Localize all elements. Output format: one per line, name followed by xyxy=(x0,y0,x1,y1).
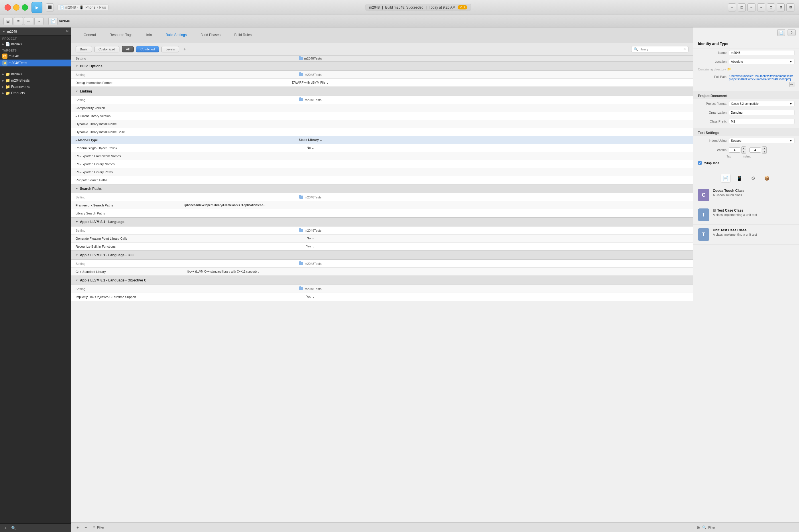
row-current-lib-version[interactable]: ▶ Current Library Version xyxy=(71,112,693,120)
file-nav-target1[interactable]: 2A m2048 xyxy=(0,53,71,60)
row-cpp-stdlib[interactable]: C++ Standard Library libc++ (LLVM C++ st… xyxy=(71,268,693,276)
template-ui-test[interactable]: T UI Test Case Class A class implementin… xyxy=(693,205,799,225)
indent-width-input[interactable] xyxy=(749,148,761,153)
row-runpath[interactable]: Runpath Search Paths xyxy=(71,176,693,184)
right-doc-icon[interactable]: 📄 xyxy=(777,29,785,36)
section-search-paths[interactable]: ▼ Search Paths xyxy=(71,184,693,193)
wrap-lines-row[interactable]: ✓ Wrap lines xyxy=(693,159,799,167)
row-reexport-framework[interactable]: Re-Exported Framework Names xyxy=(71,152,693,160)
name-input[interactable] xyxy=(729,50,794,55)
org-input[interactable] xyxy=(729,110,794,115)
cpp-stdlib-value[interactable]: libc++ (LLVM C++ standard library with C… xyxy=(185,270,436,273)
file-nav-group-products[interactable]: ▶ 📁 Products xyxy=(0,90,71,96)
row-library-search[interactable]: Library Search Paths xyxy=(71,209,693,217)
toolbar-back[interactable]: ← xyxy=(24,17,33,25)
toolbar-forward[interactable]: → xyxy=(34,17,43,25)
right-search-icon[interactable]: 🔍 xyxy=(702,526,706,529)
recognize-builtin-value[interactable]: Yes ⌄ xyxy=(185,245,436,248)
mach-o-value[interactable]: Static Library ⌄ xyxy=(185,138,436,142)
row-framework-search[interactable]: Framework Search Paths iphoneos/Develope… xyxy=(71,201,693,209)
indent-stepper-down[interactable]: ▼ xyxy=(762,150,766,153)
row-reexport-paths[interactable]: Re-Exported Library Paths xyxy=(71,168,693,176)
tab-stepper-up[interactable]: ▲ xyxy=(742,147,746,150)
file-nav-group-m2048[interactable]: ▶ 📁 m2048 xyxy=(0,71,71,77)
right-tab-doc[interactable]: 📄 xyxy=(721,174,730,182)
file-nav-group-frameworks[interactable]: ▶ 📁 Frameworks xyxy=(0,83,71,90)
stop-button[interactable]: ⬛ xyxy=(46,3,54,12)
right-grid-icon[interactable]: ⊞ xyxy=(697,525,701,530)
indent-stepper-up[interactable]: ▲ xyxy=(762,147,766,150)
maximize-button[interactable] xyxy=(22,4,28,11)
search-input[interactable] xyxy=(640,48,682,51)
single-object-value[interactable]: No ⌄ xyxy=(185,146,436,150)
breadcrumb-project[interactable]: m2048 xyxy=(65,5,76,10)
template-cocoa-touch[interactable]: C Cocoa Touch Class A Cocoa Touch class xyxy=(693,185,799,205)
toolbar-grid[interactable]: ⊞ xyxy=(3,17,13,25)
tab-build-rules[interactable]: Build Rules xyxy=(227,31,259,39)
filter-all[interactable]: All xyxy=(122,46,134,52)
toolbar-list[interactable]: ≡ xyxy=(14,17,23,25)
right-help-icon[interactable]: ? xyxy=(787,29,796,36)
settings-remove-btn[interactable]: − xyxy=(82,525,89,530)
class-prefix-input[interactable] xyxy=(729,119,794,124)
section-llvm-objc[interactable]: ▼ Apple LLVM 8.1 - Language - Objective … xyxy=(71,276,693,285)
section-linking[interactable]: ▼ Linking xyxy=(71,87,693,96)
navigator-button[interactable]: ◫ xyxy=(738,3,746,12)
layout3-button[interactable]: ⊟ xyxy=(786,3,794,12)
row-reexport-lib[interactable]: Re-Exported Library Names xyxy=(71,160,693,168)
add-setting-button[interactable]: + xyxy=(181,46,188,53)
settings-add-btn[interactable]: + xyxy=(74,525,81,530)
setting-value-debug[interactable]: DWARF with dSYM File ⌄ xyxy=(185,81,436,84)
filter-customized[interactable]: Customized xyxy=(94,46,119,52)
filter-basic[interactable]: Basic xyxy=(76,46,92,52)
tab-stepper-down[interactable]: ▼ xyxy=(742,150,746,153)
gen-float-value[interactable]: No ⌄ xyxy=(185,236,436,240)
section-llvm-lang[interactable]: ▼ Apple LLVM 8.1 - Language xyxy=(71,217,693,227)
filter-combined[interactable]: Combined xyxy=(136,46,159,52)
framework-search-value[interactable]: iphoneos/Developer/Library/Frameworks /A… xyxy=(185,204,436,207)
right-tab-phone[interactable]: 📱 xyxy=(735,174,744,182)
tab-build-phases[interactable]: Build Phases xyxy=(194,31,227,39)
nav-add-btn[interactable]: + xyxy=(2,526,8,531)
split-view-button[interactable]: ☰ xyxy=(728,3,736,12)
filter-levels[interactable]: Levels xyxy=(161,46,179,52)
row-dylib-install-name[interactable]: Dynamic Library Install Name xyxy=(71,120,693,128)
right-tab-gear[interactable]: ⚙ xyxy=(748,174,758,182)
clear-search-icon[interactable]: ✕ xyxy=(683,47,686,51)
warning-badge[interactable]: ⚠ 2 xyxy=(458,5,467,10)
forward-button[interactable]: → xyxy=(757,3,765,12)
tab-build-settings[interactable]: Build Settings xyxy=(159,31,194,39)
close-button[interactable] xyxy=(5,4,11,11)
file-nav-root-name[interactable]: m2048 xyxy=(7,30,17,33)
row-recognize-builtin[interactable]: Recognize Built-in Functions Yes ⌄ xyxy=(71,243,693,250)
nav-filter-btn[interactable]: 🔍 xyxy=(10,526,17,531)
layout1-button[interactable]: ⊡ xyxy=(767,3,775,12)
proj-format-select[interactable]: Xcode 3.2-compatible ▼ xyxy=(729,101,794,106)
row-debug-format[interactable]: Debug Information Format DWARF with dSYM… xyxy=(71,79,693,87)
impl-link-value[interactable]: Yes ⌄ xyxy=(185,295,436,299)
row-single-object[interactable]: Perform Single-Object Prelink No ⌄ xyxy=(71,144,693,152)
section-build-options[interactable]: ▼ Build Options xyxy=(71,61,693,71)
play-button[interactable]: ▶ xyxy=(32,2,42,13)
tab-info[interactable]: Info xyxy=(139,31,159,39)
row-impl-link-objc[interactable]: Implicitly Link Objective-C Runtime Supp… xyxy=(71,293,693,301)
wrap-lines-checkbox[interactable]: ✓ xyxy=(698,161,702,165)
layout2-button[interactable]: ⊞ xyxy=(777,3,785,12)
row-mach-o-type[interactable]: ▶ Mach-O Type Static Library ⌄ xyxy=(71,136,693,144)
file-nav-target2[interactable]: 📁 m2048Tests xyxy=(0,60,71,66)
tab-resource-tags[interactable]: Resource Tags xyxy=(103,31,139,39)
tab-general[interactable]: General xyxy=(77,31,103,39)
file-nav-project[interactable]: ▶ 📄 m2048 xyxy=(0,41,71,47)
row-compat-version[interactable]: Compatibility Version xyxy=(71,104,693,112)
right-tab-box[interactable]: 📦 xyxy=(762,174,772,182)
indent-using-select[interactable]: Spaces ▼ xyxy=(729,138,794,143)
template-unit-test[interactable]: T Unit Test Case Class A class implement… xyxy=(693,225,799,245)
file-nav-group-tests[interactable]: ▶ 📁 m2048Tests xyxy=(0,77,71,83)
section-llvm-cpp[interactable]: ▼ Apple LLVM 8.1 - Language - C++ xyxy=(71,250,693,260)
back-button[interactable]: ← xyxy=(747,3,756,12)
tab-width-input[interactable] xyxy=(729,148,740,153)
row-gen-float[interactable]: Generate Floating Point Library Calls No… xyxy=(71,234,693,243)
fullpath-edit-icon[interactable]: ✏ xyxy=(789,82,794,87)
location-select[interactable]: Absolute ▼ xyxy=(729,59,794,64)
row-dylib-install-base[interactable]: Dynamic Library Install Name Base xyxy=(71,128,693,136)
